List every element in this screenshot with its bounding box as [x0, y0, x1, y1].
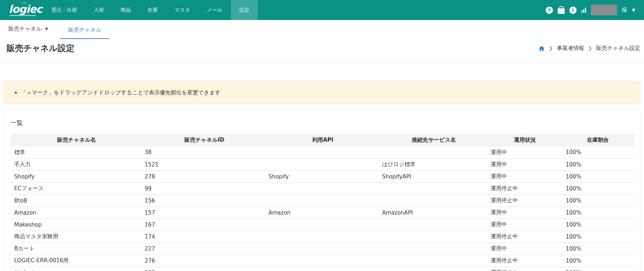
cell-channel-name: BtoB: [11, 195, 142, 207]
col-header-service-name: 接続先サービス名: [379, 134, 488, 146]
cell-api: Shopify: [266, 170, 379, 182]
chevron-down-icon: ▼: [45, 27, 48, 31]
col-header-channel-id: 販売チャネルID: [142, 134, 266, 146]
cell-channel-name: 標準: [11, 146, 142, 158]
cell-stock-ratio: 100%: [561, 146, 634, 158]
cell-service-name: [379, 231, 488, 243]
cell-api: [266, 219, 379, 231]
user-menu-caret-icon[interactable]: ▼: [632, 8, 635, 13]
cell-api: [266, 267, 379, 271]
breadcrumb: ❯ 事業者情報 ❯ 販売チャネル設定: [538, 45, 640, 52]
breadcrumb-separator: ❯: [549, 46, 553, 51]
cell-channel-id: 1521: [142, 158, 266, 170]
title-bar: 販売チャネル設定 ❯ 事業者情報 ❯ 販売チャネル設定: [0, 39, 644, 63]
cell-service-name: [379, 267, 488, 271]
cell-channel-id: 157: [142, 207, 266, 219]
section-title-list: 一覧: [11, 119, 633, 127]
cell-stock-ratio: 100%: [561, 195, 634, 207]
table-row[interactable]: Makeshop 167 運用中 100%: [11, 219, 634, 231]
cell-channel-name: LOGIEC-ERR-0016用: [11, 255, 142, 267]
cell-operation-status: 運用停止中: [488, 255, 561, 267]
cell-operation-status: 運用停止中: [488, 231, 561, 243]
table-row[interactable]: リピスト 299 運用停止中 100%: [11, 267, 634, 271]
nav-item-arrival[interactable]: 入荷: [85, 0, 112, 20]
cell-channel-name: ECフォース: [11, 182, 142, 195]
cell-channel-name: Shopify: [11, 170, 142, 182]
nav-item-orders-shipping[interactable]: 受注・出荷: [43, 0, 85, 20]
cell-channel-id: 227: [142, 243, 266, 255]
table-row[interactable]: LOGIEC-ERR-0016用 276 運用停止中 100%: [11, 255, 634, 267]
cell-channel-name: Amazon: [11, 207, 142, 219]
tab-sales-channel[interactable]: 販売チャネル: [60, 27, 109, 39]
cell-channel-name: 手入力: [11, 158, 142, 170]
cell-stock-ratio: 100%: [561, 255, 634, 267]
nav-item-mail[interactable]: メール: [199, 0, 231, 20]
table-row[interactable]: 標準 38 運用中 100%: [11, 146, 634, 158]
top-navigation-bar: logiec 受注・出荷 入荷 商品 在庫 マスタ メール 設定 ? i 様 ▼: [0, 0, 644, 20]
breadcrumb-separator: ❯: [588, 46, 592, 51]
user-name-redacted-chip[interactable]: [591, 5, 617, 15]
cell-service-name: [379, 195, 488, 207]
cell-operation-status: 運用中: [488, 146, 561, 158]
home-icon[interactable]: [538, 45, 545, 52]
logo-subtitle: [9, 15, 36, 16]
cell-channel-name: リピスト: [11, 267, 142, 271]
cell-stock-ratio: 100%: [561, 243, 634, 255]
cell-api: Amazon: [266, 207, 379, 219]
cell-stock-ratio: 100%: [561, 231, 634, 243]
cell-service-name: [379, 255, 488, 267]
col-header-api: 利用API: [266, 134, 379, 146]
signal-icon[interactable]: [581, 7, 586, 13]
col-header-channel-name: 販売チャネル名: [11, 134, 142, 146]
cell-service-name: [379, 219, 488, 231]
cell-service-name: [379, 182, 488, 195]
cell-api: [266, 195, 379, 207]
col-header-stock-ratio: 在庫割合: [561, 134, 634, 146]
nav-item-settings[interactable]: 設定: [231, 0, 258, 20]
cell-stock-ratio: 100%: [561, 158, 634, 170]
cell-service-name: [379, 146, 488, 158]
channel-dropdown-label: 販売チャネル: [8, 25, 42, 32]
cell-channel-id: 278: [142, 170, 266, 182]
channel-dropdown[interactable]: 販売チャネル ▼: [8, 25, 48, 39]
cell-channel-id: 99: [142, 182, 266, 195]
cell-api: [266, 146, 379, 158]
cell-api: [266, 243, 379, 255]
cell-operation-status: 運用停止中: [488, 182, 561, 195]
drag-drop-notice: 「＝マーク」をドラッグアンドドロップすることで表示優先順位を変更できます: [4, 81, 640, 104]
cell-stock-ratio: 100%: [561, 267, 634, 271]
table-row[interactable]: 商品マスタ実験用 174 運用停止中 100%: [11, 231, 634, 243]
cell-service-name: ShopifyAPI: [379, 170, 488, 182]
cell-channel-name: 商品マスタ実験用: [11, 231, 142, 243]
cell-operation-status: 運用中: [488, 170, 561, 182]
table-row[interactable]: 手入力 1521 はぴロジ標準 運用中 100%: [11, 158, 634, 170]
nav-item-inventory[interactable]: 在庫: [139, 0, 166, 20]
bag-icon[interactable]: [558, 8, 565, 14]
nav-item-master[interactable]: マスタ: [166, 0, 199, 20]
table-row[interactable]: Bカート 227 運用中 100%: [11, 243, 634, 255]
cell-operation-status: 運用中: [488, 219, 561, 231]
cell-operation-status: 運用中: [488, 243, 561, 255]
breadcrumb-business-info[interactable]: 事業者情報: [557, 45, 584, 52]
cell-api: [266, 158, 379, 170]
help-icon[interactable]: ?: [546, 7, 553, 14]
channel-list-card: 一覧 販売チャネル名 販売チャネルID 利用API 接続先サービス名 運用状況 …: [4, 109, 640, 271]
table-row[interactable]: ECフォース 99 運用停止中 100%: [11, 182, 634, 195]
table-row[interactable]: BtoB 156 運用停止中 100%: [11, 195, 634, 207]
info-icon[interactable]: i: [569, 7, 577, 14]
cell-channel-name: Bカート: [11, 243, 142, 255]
cell-stock-ratio: 100%: [561, 170, 634, 182]
cell-channel-id: 299: [142, 267, 266, 271]
table-row[interactable]: Shopify 278 Shopify ShopifyAPI 運用中 100%: [11, 170, 634, 182]
notice-text: 「＝マーク」をドラッグアンドドロップすることで表示優先順位を変更できます: [21, 89, 220, 96]
cell-service-name: はぴロジ標準: [379, 158, 488, 170]
cell-operation-status: 運用停止中: [488, 195, 561, 207]
nav-item-products[interactable]: 商品: [112, 0, 139, 20]
cell-channel-id: 167: [142, 219, 266, 231]
cell-service-name: [379, 243, 488, 255]
cell-api: [266, 255, 379, 267]
table-row[interactable]: Amazon 157 Amazon AmazonAPI 運用中 100%: [11, 207, 634, 219]
sub-navigation-row: 販売チャネル ▼ 販売チャネル: [0, 20, 644, 39]
logo[interactable]: logiec: [0, 0, 43, 20]
cell-operation-status: 運用中: [488, 207, 561, 219]
